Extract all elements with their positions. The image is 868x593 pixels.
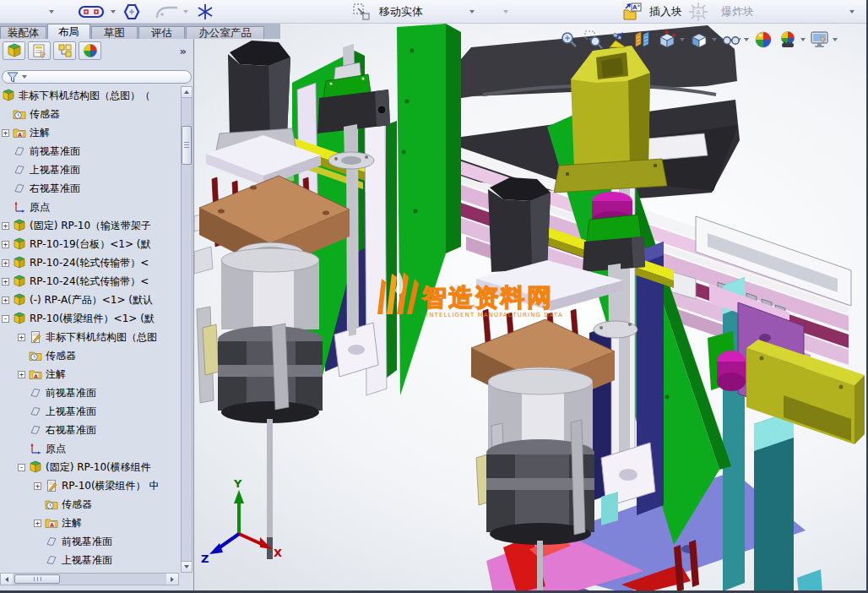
scroll-down-button[interactable] <box>182 561 192 572</box>
view-settings-icon[interactable] <box>810 30 838 50</box>
tree-item-label: 注解 <box>62 516 82 530</box>
tree-item[interactable]: +非标下料机结构图（总图 <box>0 328 180 346</box>
tree-expander[interactable]: - <box>18 464 25 471</box>
tree-expander[interactable]: + <box>2 278 9 286</box>
tree-item[interactable]: 原点 <box>0 198 180 216</box>
hide-show-items-icon[interactable] <box>721 30 749 50</box>
tree-item-label: 传感器 <box>62 498 92 512</box>
tree-item[interactable]: +A注解 <box>0 123 180 142</box>
display-manager-tab[interactable] <box>79 41 101 60</box>
panel-tabs-overflow[interactable]: » <box>180 45 187 57</box>
horizontal-scroll-thumb[interactable] <box>14 574 60 584</box>
tree-item[interactable]: +(固定) RP-10（输送带架子 <box>0 216 180 235</box>
insert-block-icon[interactable]: A° <box>621 0 643 24</box>
tree-item[interactable]: 上视基准面 <box>0 551 180 569</box>
tree-item[interactable]: 右视基准面 <box>0 421 180 439</box>
pattern-asterisk-icon[interactable] <box>194 0 216 24</box>
cad-model[interactable]: 智造资料网 INTELLIGENT MANUFACTURING DATA Y X… <box>194 24 866 590</box>
tree-expander[interactable]: + <box>2 129 9 137</box>
scroll-up-button[interactable] <box>182 87 192 98</box>
tree-expander[interactable]: - <box>2 315 9 323</box>
triad-z-label: Z <box>201 552 209 565</box>
tree-item[interactable]: 传感器 <box>0 346 180 365</box>
tree-item[interactable]: 前视基准面 <box>0 532 180 551</box>
tree-item[interactable]: +RP-10(横梁组件） 中 <box>0 476 180 495</box>
scroll-left-button[interactable] <box>1 574 13 585</box>
tree-item[interactable]: 原点 <box>0 439 180 458</box>
annotation-icon: A <box>13 126 27 139</box>
tab-1[interactable]: 布局 <box>47 24 90 39</box>
view-settings-icon-caret[interactable] <box>833 38 838 41</box>
command-manager-tabs: 装配体布局草图评估办公室产品 <box>0 24 280 39</box>
tab-4[interactable]: 办公室产品 <box>186 26 264 39</box>
tree-item-label: 注解 <box>30 126 50 140</box>
polygon-icon[interactable] <box>118 0 144 24</box>
hide-show-items-icon-caret[interactable] <box>744 38 749 41</box>
tree-item[interactable]: -(固定) RP-10(横移组件 <box>0 458 180 476</box>
display-style-icon[interactable] <box>689 30 717 50</box>
tree-vertical-scrollbar[interactable] <box>181 86 193 573</box>
move-entities-icon[interactable] <box>351 0 372 24</box>
slot-icon[interactable] <box>78 0 105 24</box>
tab-3[interactable]: 评估 <box>138 26 185 39</box>
tree-item[interactable]: +RP-10-24(轮式传输带）< <box>0 253 180 272</box>
move-entities-caret[interactable] <box>467 0 475 24</box>
zoom-to-area-icon[interactable] <box>583 30 604 50</box>
tree-expander[interactable]: + <box>34 482 41 490</box>
property-manager-tab[interactable] <box>28 41 51 60</box>
plane-icon <box>29 405 43 418</box>
tree-item-label: 传感器 <box>46 349 76 363</box>
tab-2[interactable]: 草图 <box>91 26 138 39</box>
svg-text:A: A <box>50 522 54 529</box>
tree-expander[interactable]: + <box>18 334 25 341</box>
tree-item[interactable]: 前视基准面 <box>0 142 180 160</box>
scroll-right-button[interactable] <box>166 574 178 585</box>
tree-item[interactable]: +A注解 <box>0 365 180 384</box>
tree-item[interactable]: 非标下料机结构图（总图）（ <box>0 86 180 105</box>
filter-bar[interactable] <box>2 70 192 84</box>
section-view-icon[interactable] <box>632 30 653 50</box>
tree-item[interactable]: +RP-10-24(轮式传输带）< <box>0 272 180 291</box>
display-style-icon-caret[interactable] <box>712 38 717 41</box>
tree-horizontal-scrollbar[interactable] <box>0 573 179 585</box>
tree-item[interactable]: +A注解 <box>0 514 180 532</box>
tree-item[interactable]: 右视基准面 <box>0 179 180 198</box>
tree-item[interactable]: 上视基准面 <box>0 402 180 421</box>
tree-item[interactable]: +(-) RP-A(产品）<1> (默认 <box>0 291 180 309</box>
graphics-viewport[interactable]: 智造资料网 INTELLIGENT MANUFACTURING DATA Y X… <box>194 24 866 590</box>
tree-item[interactable]: 上视基准面 <box>0 160 180 179</box>
tree-item-label: 传感器 <box>30 107 60 122</box>
tree-item[interactable]: -RP-10(横梁组件）<1> (默 <box>0 309 180 328</box>
tree-expander[interactable]: + <box>18 371 25 378</box>
edit-appearance-icon[interactable] <box>753 30 773 50</box>
toolbar-overflow-caret[interactable] <box>847 0 854 24</box>
view-orientation-icon[interactable] <box>657 30 685 50</box>
apply-scene-icon[interactable] <box>778 30 806 50</box>
tree-expander[interactable]: + <box>2 222 9 230</box>
feature-manager-tab[interactable] <box>3 41 25 60</box>
slot-dropdown-caret[interactable] <box>108 0 116 24</box>
tree-item[interactable]: 传感器 <box>0 495 180 514</box>
zoom-to-fit-icon[interactable] <box>559 30 579 50</box>
vertical-scroll-thumb[interactable] <box>182 126 192 165</box>
tree-item[interactable]: 传感器 <box>0 105 180 123</box>
filter-funnel-icon <box>7 72 19 83</box>
tree-item[interactable]: +RP-10-19(台板）<1> (默 <box>0 235 180 253</box>
insert-block-label[interactable]: 插入块 <box>646 0 682 24</box>
toolbar-dropdown-caret[interactable] <box>46 0 54 24</box>
feature-manager-panel: » 非标下料机结构图（总图）（传感器+A注解前视基准面上视基准面右视基准面原点+… <box>0 39 194 593</box>
filter-caret[interactable] <box>22 75 27 79</box>
previous-view-icon[interactable] <box>608 30 628 50</box>
fillet-dropdown-caret <box>181 0 188 24</box>
configuration-manager-tab[interactable] <box>53 41 76 60</box>
tree-expander[interactable]: + <box>2 241 9 248</box>
tree-expander[interactable]: + <box>34 520 41 527</box>
move-entities-label[interactable]: 移动实体 <box>376 0 423 24</box>
tree-item[interactable]: 前视基准面 <box>0 384 180 402</box>
tree-expander[interactable]: + <box>2 296 9 304</box>
svg-text:A: A <box>34 373 38 380</box>
tree-expander[interactable]: + <box>2 259 9 267</box>
view-orientation-icon-caret[interactable] <box>680 38 685 41</box>
tab-0[interactable]: 装配体 <box>0 26 46 39</box>
apply-scene-icon-caret[interactable] <box>800 38 806 41</box>
